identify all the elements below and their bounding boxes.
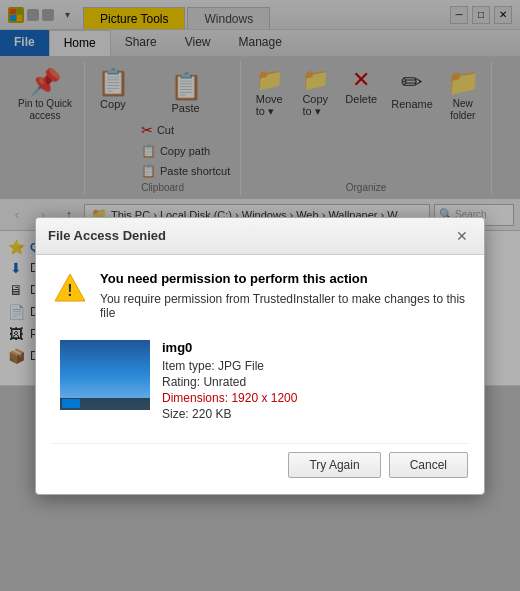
size-value: 220 KB <box>192 407 231 421</box>
svg-text:!: ! <box>67 282 72 299</box>
dialog-overlay: File Access Denied ✕ ! You need permissi… <box>0 0 520 591</box>
cancel-button[interactable]: Cancel <box>389 452 468 478</box>
dialog-title: File Access Denied <box>48 228 166 243</box>
dialog-messages: You need permission to perform this acti… <box>100 271 468 320</box>
dialog-file-item-type: Item type: JPG File <box>162 359 460 373</box>
size-label: Size: <box>162 407 189 421</box>
try-again-button[interactable]: Try Again <box>288 452 380 478</box>
dialog-message-2: You require permission from TrustedInsta… <box>100 292 468 320</box>
dialog-body: ! You need permission to perform this ac… <box>36 255 484 494</box>
dialog-file-size: Size: 220 KB <box>162 407 460 421</box>
dialog-file-details: img0 Item type: JPG File Rating: Unrated… <box>162 340 460 423</box>
item-type-label: Item type: <box>162 359 215 373</box>
item-type-value: JPG File <box>218 359 264 373</box>
rating-label: Rating: <box>162 375 200 389</box>
warning-icon: ! <box>52 271 88 307</box>
dialog-titlebar: File Access Denied ✕ <box>36 218 484 255</box>
dimensions-label: Dimensions: <box>162 391 228 405</box>
file-access-denied-dialog: File Access Denied ✕ ! You need permissi… <box>35 217 485 495</box>
dialog-message-1: You need permission to perform this acti… <box>100 271 468 286</box>
rating-value: Unrated <box>203 375 246 389</box>
dialog-file-preview <box>60 340 150 410</box>
warning-triangle-svg: ! <box>52 271 88 307</box>
dialog-file-rating: Rating: Unrated <box>162 375 460 389</box>
dialog-file-name: img0 <box>162 340 460 355</box>
dialog-close-button[interactable]: ✕ <box>452 226 472 246</box>
dimensions-value: 1920 x 1200 <box>231 391 297 405</box>
dialog-buttons: Try Again Cancel <box>52 443 468 478</box>
dialog-file-info: img0 Item type: JPG File Rating: Unrated… <box>52 332 468 431</box>
dialog-file-dimensions: Dimensions: 1920 x 1200 <box>162 391 460 405</box>
dialog-warning-row: ! You need permission to perform this ac… <box>52 271 468 320</box>
